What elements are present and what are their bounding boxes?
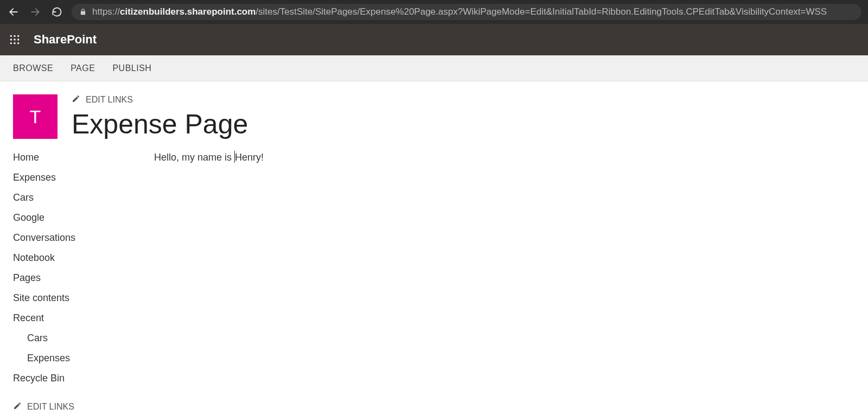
svg-point-6	[14, 39, 15, 40]
lock-icon	[79, 8, 87, 16]
ribbon: BROWSE PAGE PUBLISH	[0, 55, 868, 81]
content-area[interactable]: Hello, my name is Henry!	[154, 151, 855, 412]
text-caret-icon	[234, 151, 235, 163]
nav-item-recent-expenses[interactable]: Expenses	[13, 352, 132, 365]
ribbon-tab-publish[interactable]: PUBLISH	[112, 63, 151, 73]
url-text: https://citizenbuilders.sharepoint.com/s…	[92, 7, 854, 17]
nav-item-recent[interactable]: Recent	[13, 311, 132, 325]
svg-point-5	[10, 39, 12, 40]
edit-links-label: EDIT LINKS	[86, 95, 133, 105]
url-host: citizenbuilders.sharepoint.com	[120, 7, 256, 17]
nav-item-notebook[interactable]: Notebook	[13, 251, 132, 265]
content-text-after: Henry!	[235, 152, 264, 163]
browser-bar: https://citizenbuilders.sharepoint.com/s…	[0, 0, 868, 24]
svg-point-8	[10, 42, 12, 44]
edit-links-bottom-button[interactable]: EDIT LINKS	[13, 401, 132, 412]
nav-item-google[interactable]: Google	[13, 211, 132, 225]
main: Home Expenses Cars Google Conversations …	[0, 145, 868, 412]
nav-item-pages[interactable]: Pages	[13, 271, 132, 285]
svg-point-9	[14, 42, 15, 44]
page-header: T EDIT LINKS Expense Page	[0, 81, 868, 145]
ribbon-tab-browse[interactable]: BROWSE	[13, 63, 53, 73]
back-button[interactable]	[7, 5, 21, 19]
svg-point-3	[14, 35, 15, 37]
nav-item-conversations[interactable]: Conversations	[13, 231, 132, 245]
forward-button[interactable]	[28, 5, 42, 19]
nav-item-cars[interactable]: Cars	[13, 191, 132, 205]
left-nav: Home Expenses Cars Google Conversations …	[13, 151, 132, 412]
nav-item-home[interactable]: Home	[13, 151, 132, 164]
svg-point-10	[17, 42, 19, 44]
site-logo[interactable]: T	[13, 94, 58, 139]
brand-label[interactable]: SharePoint	[34, 33, 97, 47]
nav-item-recent-cars[interactable]: Cars	[13, 331, 132, 345]
nav-item-recycle-bin[interactable]: Recycle Bin	[13, 372, 132, 385]
svg-point-7	[17, 39, 19, 40]
edit-links-bottom-label: EDIT LINKS	[27, 402, 74, 412]
url-bar[interactable]: https://citizenbuilders.sharepoint.com/s…	[72, 4, 861, 20]
pencil-icon	[13, 401, 22, 412]
app-launcher-icon[interactable]	[7, 31, 23, 48]
nav-item-expenses[interactable]: Expenses	[13, 171, 132, 184]
edit-links-button[interactable]: EDIT LINKS	[72, 94, 855, 105]
pencil-icon	[72, 94, 80, 105]
url-prefix: https://	[92, 7, 120, 17]
svg-point-4	[17, 35, 19, 37]
content-text-before: Hello, my name is	[154, 152, 234, 163]
page-title: Expense Page	[72, 108, 855, 140]
nav-item-site-contents[interactable]: Site contents	[13, 291, 132, 305]
ribbon-tab-page[interactable]: PAGE	[71, 63, 95, 73]
svg-point-2	[10, 35, 12, 37]
suite-bar: SharePoint	[0, 24, 868, 55]
reload-button[interactable]	[50, 5, 64, 19]
url-path: /sites/TestSite/SitePages/Expense%20Page…	[256, 7, 827, 17]
site-logo-letter: T	[30, 106, 41, 127]
